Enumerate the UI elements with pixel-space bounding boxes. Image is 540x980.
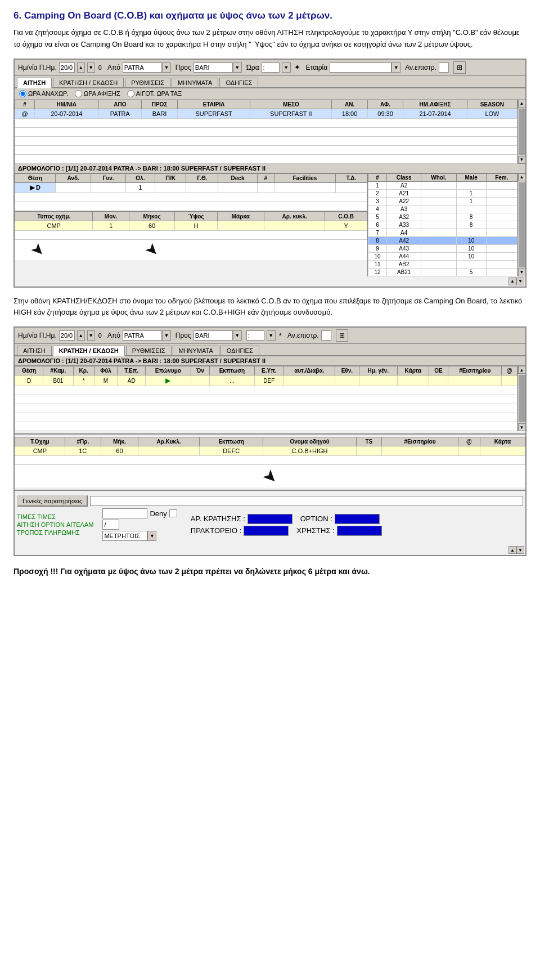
cell-gyn <box>91 182 125 193</box>
passenger-row[interactable]: D B01 * M AD ▶ ... DEF <box>15 375 518 386</box>
class-row[interactable]: 3A221 <box>368 197 518 205</box>
metritis-arrow[interactable]: ▼ <box>147 531 156 541</box>
to-input[interactable] <box>194 62 233 73</box>
from-input-2[interactable] <box>123 330 162 341</box>
to-input-2[interactable] <box>194 330 233 341</box>
tab-kratisi[interactable]: ΚΡΑΤΗΣΗ / ΕΚΔΟΣΗ <box>53 78 124 87</box>
scroll-bottom-down[interactable]: ▼ <box>516 278 524 285</box>
scroll-down[interactable]: ▼ <box>518 156 526 164</box>
class-row[interactable]: 7A4 <box>368 229 518 236</box>
table-row[interactable]: @ 20-07-2014 PATRA BARI SUPERFAST SUPERF… <box>15 109 518 118</box>
vehicle-section: Τύπος οχήμ. Μον. Μήκος Ύψος Μάρκα Αρ. κυ… <box>15 211 367 260</box>
option-input[interactable] <box>335 514 380 524</box>
method-link[interactable]: ΤΡΟΠΟΣ ΠΛΗΡΩΜΗΣ <box>17 529 93 536</box>
tab-odigies[interactable]: ΟΔΗΓΙΕΣ <box>219 78 258 87</box>
radio-afixis[interactable] <box>75 90 82 97</box>
praktoreio-input[interactable] <box>244 526 289 536</box>
tab-rythmiseis[interactable]: ΡΥΘΜΙΣΕΙΣ <box>125 78 170 87</box>
company-input[interactable] <box>330 62 392 73</box>
xristis-input[interactable] <box>337 526 382 536</box>
vehicle-row[interactable]: CMP 1 60 Η Y <box>15 221 367 230</box>
time-arrow-2[interactable]: ▼ <box>267 330 276 341</box>
option-link[interactable]: ΑΙΤΗΣΗ OPTION ΑΙΤΕΛΑΜ <box>17 521 93 528</box>
col-v2-card: Κάρτα <box>480 437 525 446</box>
cell-vheight: Η <box>175 221 217 230</box>
time-input-2[interactable] <box>246 330 264 341</box>
company-arrow[interactable]: ▼ <box>392 62 400 73</box>
scroll-thumb[interactable] <box>519 109 525 155</box>
metritis-input[interactable] <box>102 531 147 541</box>
anenp-checkbox-2[interactable] <box>321 330 331 341</box>
tab-kratisi-2[interactable]: ΚΡΑΤΗΣΗ / ΕΚΔΟΣΗ <box>53 346 125 356</box>
class-row[interactable]: 12AB215 <box>368 268 518 276</box>
cell-p-date <box>359 375 397 386</box>
tab-minymata-2[interactable]: ΜΗΝΥΜΑΤΑ <box>173 346 219 355</box>
radio-aigot-label: ΑΙΓΟΤ. ΩΡΑ ΤΑΞ <box>136 90 182 97</box>
cell-p-kr: * <box>73 375 94 386</box>
tab-aitisi-2[interactable]: ΑΙΤΗΣΗ <box>17 346 52 355</box>
anenp-checkbox[interactable] <box>439 62 449 73</box>
scan-button-2[interactable]: ⊞ <box>336 329 348 342</box>
date-input-2[interactable] <box>59 330 75 341</box>
scroll-up-class[interactable]: ▲ <box>518 173 526 181</box>
price-input[interactable] <box>102 508 147 518</box>
tab-aitisi[interactable]: ΑΙΤΗΣΗ <box>17 78 52 88</box>
class-row-highlight[interactable]: 8A4210 <box>368 236 518 244</box>
slash-input[interactable] <box>102 520 119 530</box>
time-arrow[interactable]: ▼ <box>282 62 291 73</box>
class-row[interactable]: 4A3 <box>368 205 518 213</box>
ar-kratisis-input[interactable] <box>248 514 292 524</box>
class-row[interactable]: 9A4310 <box>368 244 518 252</box>
radio-anaxor[interactable] <box>19 90 26 97</box>
scroll-v-1[interactable]: ▲ ▼ <box>518 100 525 164</box>
to-arrow[interactable]: ▼ <box>233 62 242 73</box>
to-arrow-2[interactable]: ▼ <box>233 330 242 341</box>
scroll-bottom-up[interactable]: ▲ <box>508 278 516 285</box>
tab-rythmiseis-2[interactable]: ΡΥΘΜΙΣΕΙΣ <box>126 346 172 355</box>
scroll-bottom-down-2[interactable]: ▼ <box>516 546 524 554</box>
class-row[interactable]: 6A338 <box>368 221 518 229</box>
scroll-up[interactable]: ▲ <box>518 100 526 108</box>
spin-down-2[interactable]: ▼ <box>87 330 95 341</box>
deny-checkbox[interactable] <box>169 509 177 517</box>
spin-up[interactable]: ▲ <box>77 62 85 73</box>
cell-p-at <box>502 375 518 386</box>
class-row[interactable]: 11AB2 <box>368 260 518 268</box>
spin-down[interactable]: ▼ <box>87 62 95 73</box>
time-star-2: * <box>279 332 282 340</box>
cell-p-pos: D <box>15 375 43 386</box>
cell-td <box>335 182 367 193</box>
tab-minymata[interactable]: ΜΗΝΥΜΑΤΑ <box>172 78 218 87</box>
scan-button[interactable]: ⊞ <box>453 61 466 74</box>
class-row[interactable]: 5A328 <box>368 213 518 221</box>
price-link[interactable]: ΤΙΜΕΣ ΤΙΜΕΣ <box>17 513 93 520</box>
class-row[interactable]: 10A4410 <box>368 252 518 260</box>
seat-row[interactable]: ▶ D 1 <box>15 182 367 193</box>
from-arrow[interactable]: ▼ <box>162 62 171 73</box>
scroll-thumb-pass[interactable] <box>519 375 525 422</box>
from-input[interactable] <box>123 62 162 73</box>
radio-aigot[interactable] <box>127 90 134 97</box>
time-label: Ώρα <box>246 64 259 71</box>
class-row[interactable]: 1A2 <box>368 181 518 189</box>
from-arrow-2[interactable]: ▼ <box>162 330 171 341</box>
col-p-eup: Ε.Υπ. <box>254 366 284 375</box>
scroll-up-pass[interactable]: ▲ <box>518 366 526 374</box>
scroll-v-class[interactable]: ▲ ▼ <box>518 173 525 276</box>
general-notes-input[interactable] <box>90 496 523 506</box>
scroll-down-pass[interactable]: ▼ <box>518 423 526 431</box>
date-input[interactable] <box>59 62 75 73</box>
scroll-down-class[interactable]: ▼ <box>518 269 526 276</box>
time-input[interactable] <box>262 62 280 73</box>
tab-odigies-2[interactable]: ΟΔΗΓΙΕΣ <box>220 346 259 355</box>
vehicle-row-2[interactable]: CMP 1C 60 DEFC C.O.B+HIGH <box>15 446 525 456</box>
scroll-thumb-class[interactable] <box>519 182 525 267</box>
itinerary-table: # ΗΜ/ΝΙΑ ΑΠΟ ΠΡΟΣ ΕΤΑΙΡΙΑ ΜΕΣΟ ΑΝ. ΑΦ. Η… <box>15 100 518 164</box>
class-row[interactable]: 2A211 <box>368 189 518 197</box>
scroll-v-pass[interactable]: ▲ ▼ <box>518 366 525 431</box>
main-grid-1: # ΗΜ/ΝΙΑ ΑΠΟ ΠΡΟΣ ΕΤΑΙΡΙΑ ΜΕΣΟ ΑΝ. ΑΦ. Η… <box>15 100 525 164</box>
scroll-bottom-up-2[interactable]: ▲ <box>508 546 516 554</box>
general-notes-button[interactable]: Γενικές παρατηρήσεις <box>17 495 88 507</box>
xristis-label: ΧΡΗΣΤΗΣ : <box>296 526 334 535</box>
spin-up-2[interactable]: ▲ <box>77 330 85 341</box>
